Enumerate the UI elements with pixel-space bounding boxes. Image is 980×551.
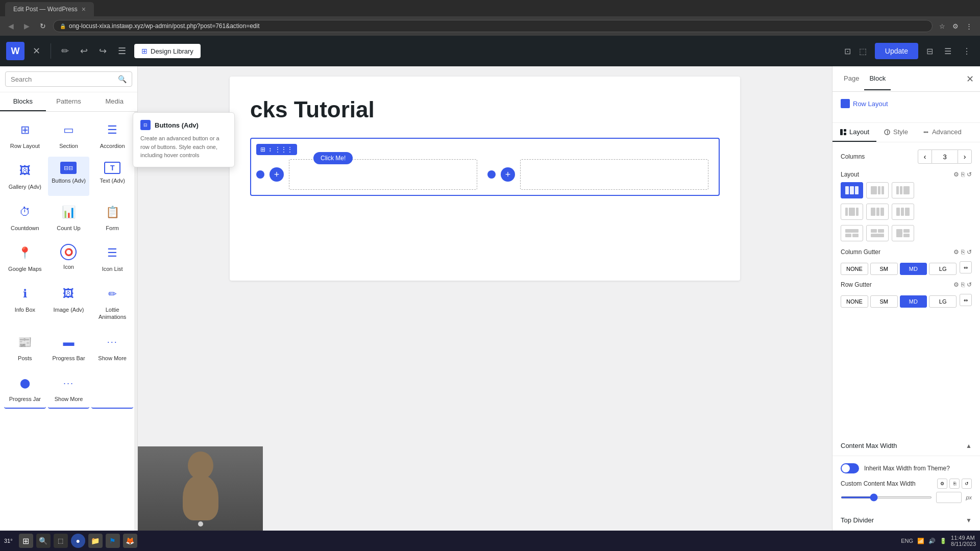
panel-tab-page[interactable]: Page [839,67,864,90]
block-section[interactable]: ▭ Section [48,116,90,155]
taskbar-icon-edge[interactable]: ⚑ [106,534,120,548]
row-gutter-settings-icon[interactable]: ⚙ [953,281,959,288]
tab-patterns[interactable]: Patterns [46,92,92,111]
layout-center-wide-btn[interactable] [841,204,863,220]
block-buttons-adv[interactable]: ⊟⊟ Buttons (Adv) [48,157,90,195]
column-2[interactable] [520,159,708,190]
col-gutter-sm-btn[interactable]: SM [870,263,898,275]
layout-custom-btn[interactable] [892,225,914,241]
edit-btn[interactable]: ✏ [58,42,72,60]
tab-close-btn[interactable]: × [82,5,86,13]
row-gutter-reset-icon[interactable]: ↺ [967,281,972,288]
block-countdown[interactable]: ⏱ Countdown [4,198,46,237]
col-add-btn-1[interactable]: + [270,167,284,182]
close-panel-btn[interactable]: ✕ [966,73,974,85]
layout-left-wide-btn[interactable] [866,182,889,198]
layout-reset-icon[interactable]: ↺ [967,171,972,178]
redo-btn[interactable]: ↪ [96,42,110,60]
extensions-btn[interactable]: ⚙ [950,21,961,32]
search-input[interactable] [11,76,114,83]
panel-tab-block[interactable]: Block [864,67,891,90]
col-gutter-md-btn[interactable]: MD [900,263,927,275]
list-view-btn[interactable]: ☰ [115,42,129,60]
block-icon[interactable]: ⭕ Icon [48,239,90,278]
reload-btn[interactable]: ↻ [37,20,49,32]
block-gallery[interactable]: 🖼 Gallery (Adv) [4,157,46,195]
col-gutter-lg-btn[interactable]: LG [929,263,957,275]
col-gutter-custom-icon[interactable]: ⇔ [960,261,972,273]
block-text-adv[interactable]: T Text (Adv) [91,157,133,195]
block-progress-bar[interactable]: ▬ Progress Bar [48,328,90,367]
top-divider-section-header[interactable]: Top Divider ▼ [832,510,980,531]
taskbar-icon-search[interactable]: 🔍 [36,534,51,548]
block-image-adv[interactable]: 🖼 Image (Adv) [48,280,90,326]
col-gutter-none-btn[interactable]: NONE [841,263,868,275]
inherit-toggle-switch[interactable] [841,463,859,473]
address-bar[interactable]: 🔒 ong-locust-xixa.instawp.xyz/wp-admin/p… [53,20,933,32]
block-show-more2[interactable]: ··· Show More [48,369,90,409]
columns-increase-btn[interactable]: › [958,149,972,164]
row-toolbar-icon2[interactable]: ↕ [268,146,272,153]
taskbar-icon-explorer[interactable]: 📁 [88,534,103,548]
preview-btn[interactable]: ⊡ [841,43,854,59]
block-icon-list[interactable]: ☰ Icon List [91,239,133,278]
col-add-btn-2[interactable]: + [501,167,515,182]
row-gutter-copy-icon[interactable]: ⎘ [961,281,965,288]
search-box[interactable]: 🔍 [5,71,132,87]
layout-equal-3col-btn[interactable] [841,182,863,198]
row-gutter-custom-icon[interactable]: ⇔ [960,294,972,306]
block-row-layout[interactable]: ⊞ Row Layout [4,116,46,155]
forward-btn[interactable]: ▶ [21,20,33,32]
layout-settings-icon[interactable]: ⚙ [953,171,959,178]
block-progress-jar[interactable]: ⬤ Progress Jar [4,369,46,409]
block-count-up[interactable]: 📊 Count Up [48,198,90,237]
columns-input[interactable] [932,149,958,164]
layout-mixed1-btn[interactable] [866,204,889,220]
block-form[interactable]: 📋 Form [91,198,133,237]
sub-tab-advanced[interactable]: Advanced [915,123,969,142]
block-show-more[interactable]: ··· Show More [91,328,133,367]
block-info-box[interactable]: ℹ Info Box [4,280,46,326]
layout-mixed2-btn[interactable] [892,204,914,220]
taskbar-icon-taskview[interactable]: ⬚ [54,534,68,548]
gutter-copy-icon[interactable]: ⎘ [961,248,965,256]
block-google-maps[interactable]: 📍 Google Maps [4,239,46,278]
click-me-bubble[interactable]: Click Me! [313,152,353,164]
design-library-btn[interactable]: ⊞ Design Library [134,44,201,58]
layout-bottom-split-btn[interactable] [866,225,889,241]
taskbar-icon-chrome[interactable]: ● [71,534,85,548]
tab-media[interactable]: Media [91,92,137,111]
width-settings-icon[interactable]: ⚙ [937,479,947,489]
block-lottie[interactable]: ✏ Lottie Animations [91,280,133,326]
row-gutter-lg-btn[interactable]: LG [929,295,957,308]
menu-btn[interactable]: ⋮ [963,21,975,32]
gutter-reset-icon[interactable]: ↺ [967,248,972,256]
browser-tab[interactable]: Edit Post — WordPress × [5,2,94,16]
row-toolbar-icon1[interactable]: ⊞ [260,146,265,153]
more-btn[interactable]: ⋮ [960,43,974,59]
width-slider[interactable] [841,496,932,498]
tab-blocks[interactable]: Blocks [0,92,46,111]
editor-style-btn[interactable]: ⊟ [923,43,936,59]
layout-copy-icon[interactable]: ⎘ [961,171,965,178]
width-copy-icon[interactable]: ⎘ [949,479,960,489]
undo-btn[interactable]: ↩ [77,42,91,60]
layout-right-wide-btn[interactable] [892,182,914,198]
external-link-btn[interactable]: ⬚ [856,43,870,59]
settings-btn[interactable]: ☰ [941,43,954,59]
content-max-width-section-header[interactable]: Content Max Width ▲ [832,436,980,456]
taskbar-icon-firefox[interactable]: 🦊 [123,534,137,548]
close-btn[interactable]: ✕ [30,42,43,60]
gutter-settings-icon[interactable]: ⚙ [953,248,959,256]
block-accordion[interactable]: ☰ Accordion [91,116,133,155]
layout-top-split-btn[interactable] [841,225,863,241]
back-btn[interactable]: ◀ [5,20,17,32]
row-gutter-sm-btn[interactable]: SM [870,295,898,308]
bookmark-btn[interactable]: ☆ [937,21,948,32]
width-value-input[interactable] [936,492,962,503]
row-gutter-md-btn[interactable]: MD [900,295,927,308]
sub-tab-layout[interactable]: Layout [832,123,876,142]
update-btn[interactable]: Update [875,43,918,59]
taskbar-icon-start[interactable]: ⊞ [19,534,33,548]
row-layout-block[interactable]: ⊞ ↕ ⋮⋮⋮ + + [250,138,720,196]
